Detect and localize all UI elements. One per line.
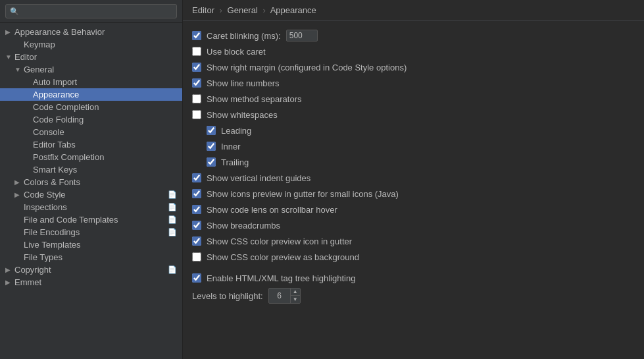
option-label-trailing: Trailing [221,157,249,167]
option-row-inner: Inner [192,138,635,154]
tree-arrow: ▶ [5,28,14,36]
option-label-show-code-lens: Show code lens on scrollbar hover [207,205,337,215]
checkbox-trailing[interactable] [207,157,216,167]
settings-tree: ▶Appearance & BehaviorKeymap▼Editor▼Gene… [0,23,182,359]
option-label-inner: Inner [221,142,241,152]
checkbox-show-line-numbers[interactable] [192,78,201,88]
sidebar-item-label: Emmet [14,277,182,287]
sidebar-item-file-encodings[interactable]: File Encodings📄 [0,226,182,238]
sidebar-item-postfix-completion[interactable]: Postfix Completion [0,151,182,163]
option-label-show-breadcrumbs: Show breadcrumbs [207,221,280,231]
search-icon: 🔍 [10,7,19,16]
spinner-up-levels-highlight[interactable]: ▲ [291,289,300,296]
checkbox-caret-blinking[interactable] [192,31,201,40]
sidebar-item-emmet[interactable]: ▶Emmet [0,276,182,289]
sidebar-item-label: Inspections [24,202,168,212]
option-row-leading: Leading [192,123,635,138]
sidebar-item-smart-keys[interactable]: Smart Keys [0,163,182,176]
option-row-levels-highlight: Levels to highlight:▲▼ [192,286,635,306]
option-label-enable-html-xml: Enable HTML/XML tag tree highlighting [207,273,355,283]
sidebar-item-label: Appearance & Behavior [14,27,182,37]
checkbox-show-breadcrumbs[interactable] [192,221,201,230]
tree-arrow: ▼ [5,53,14,61]
sidebar-item-appearance-behavior[interactable]: ▶Appearance & Behavior [0,26,182,38]
option-label-show-css-color-bg: Show CSS color preview as background [207,252,359,262]
sidebar-item-label: File Types [24,252,182,262]
content-panel: Editor › General › Appearance Caret blin… [183,0,644,359]
tree-arrow: ▶ [14,179,24,186]
sidebar-item-inspections[interactable]: Inspections📄 [0,201,182,213]
options-panel: Caret blinking (ms):Use block caretShow … [183,21,644,359]
option-row-show-method-separators: Show method separators [192,91,635,107]
checkbox-use-block-caret[interactable] [192,47,201,56]
option-row-trailing: Trailing [192,154,635,170]
sidebar-item-label: Editor [14,52,182,62]
tree-arrow: ▼ [14,66,24,73]
sidebar-item-label: Appearance [33,90,182,99]
sidebar-item-editor[interactable]: ▼Editor [0,51,182,63]
checkbox-inner[interactable] [207,142,216,151]
checkbox-show-css-color-bg[interactable] [192,252,201,262]
checkbox-show-indent-guides[interactable] [192,173,201,182]
tree-arrow: ▶ [14,191,24,198]
page-icon: 📄 [168,215,177,224]
checkbox-show-right-margin[interactable] [192,63,201,72]
checkbox-show-whitespaces[interactable] [192,110,201,119]
checkbox-leading[interactable] [207,126,216,135]
option-row-show-icons-preview: Show icons preview in gutter for small i… [192,186,635,202]
option-row-show-whitespaces: Show whitespaces [192,107,635,123]
spinner-down-levels-highlight[interactable]: ▼ [291,296,300,303]
tree-arrow: ▶ [5,279,14,286]
sidebar-item-code-completion[interactable]: Code Completion [0,101,182,113]
checkbox-show-icons-preview[interactable] [192,189,201,198]
sidebar-item-label: Smart Keys [33,165,182,175]
option-row-caret-blinking: Caret blinking (ms): [192,28,635,43]
sidebar-item-code-style[interactable]: ▶Code Style📄 [0,188,182,201]
option-row-show-css-color-bg: Show CSS color preview as background [192,249,635,265]
option-label-show-whitespaces: Show whitespaces [207,110,278,120]
option-label-leading: Leading [221,126,251,136]
breadcrumb-general: General [228,5,258,15]
sidebar-item-colors-fonts[interactable]: ▶Colors & Fonts [0,176,182,188]
page-icon: 📄 [168,265,177,274]
sidebar-item-label: Postfix Completion [33,152,182,162]
checkbox-show-code-lens[interactable] [192,205,201,214]
sidebar-item-label: Live Templates [24,240,182,250]
sidebar-item-label: General [24,65,182,74]
option-label-show-right-margin: Show right margin (configured in Code St… [207,63,407,72]
sidebar-item-general[interactable]: ▼General [0,63,182,76]
sidebar-item-label: Auto Import [33,77,182,87]
sidebar-item-live-templates[interactable]: Live Templates [0,238,182,251]
sidebar-item-label: Editor Tabs [33,140,182,150]
page-icon: 📄 [168,203,177,211]
text-input-caret-blinking[interactable] [286,30,318,41]
option-label-show-indent-guides: Show vertical indent guides [207,173,310,183]
sidebar-item-code-folding[interactable]: Code Folding [0,113,182,126]
option-row-show-code-lens: Show code lens on scrollbar hover [192,202,635,217]
search-bar: 🔍 [0,0,182,23]
sidebar-item-editor-tabs[interactable]: Editor Tabs [0,138,182,151]
option-label-levels-highlight: Levels to highlight: [192,291,263,301]
sidebar-item-appearance[interactable]: Appearance [0,88,182,101]
checkbox-show-method-separators[interactable] [192,94,201,103]
sidebar-item-label: Console [33,127,182,137]
sidebar-item-file-types[interactable]: File Types [0,251,182,263]
checkbox-enable-html-xml[interactable] [192,273,201,283]
sidebar-item-label: File Encodings [24,227,168,237]
sidebar-item-copyright[interactable]: ▶Copyright📄 [0,263,182,276]
spinner-levels-highlight: ▲▼ [268,288,301,304]
sidebar: 🔍 ▶Appearance & BehaviorKeymap▼Editor▼Ge… [0,0,183,359]
search-input[interactable] [22,7,172,16]
sidebar-item-auto-import[interactable]: Auto Import [0,76,182,88]
page-icon: 📄 [168,228,177,236]
sidebar-item-keymap[interactable]: Keymap [0,38,182,51]
sidebar-item-label: Code Folding [33,115,182,124]
checkbox-show-css-color-icon[interactable] [192,236,201,246]
section-divider [192,265,635,270]
sidebar-item-console[interactable]: Console [0,126,182,138]
spinner-input-levels-highlight[interactable] [269,290,290,302]
sidebar-item-file-code-templates[interactable]: File and Code Templates📄 [0,213,182,226]
breadcrumb-appearance: Appearance [270,5,316,15]
option-row-show-breadcrumbs: Show breadcrumbs [192,217,635,233]
option-row-show-css-color-icon: Show CSS color preview icon in gutter [192,233,635,249]
